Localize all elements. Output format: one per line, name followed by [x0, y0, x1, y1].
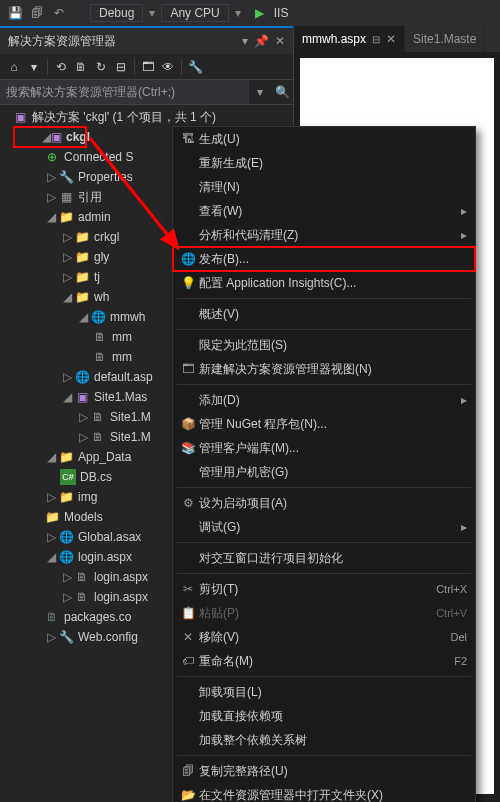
menu-initwin[interactable]: 对交互窗口进行项目初始化	[173, 546, 475, 570]
nuget-icon: 📦	[177, 417, 199, 431]
globe-icon: 🌐	[177, 252, 199, 266]
menu-analyze[interactable]: 分析和代码清理(Z)▸	[173, 223, 475, 247]
menu-newview[interactable]: 🗔新建解决方案资源管理器视图(N)	[173, 357, 475, 381]
search-dropdown-icon[interactable]: ▾	[249, 80, 271, 104]
context-menu: 🏗生成(U) 重新生成(E) 清理(N) 查看(W)▸ 分析和代码清理(Z)▸ …	[172, 126, 476, 802]
refresh-icon[interactable]: ↻	[91, 57, 111, 77]
menu-usersecrets[interactable]: 管理用户机密(G)	[173, 460, 475, 484]
platform-select[interactable]: Any CPU	[161, 4, 228, 22]
tab-mmwh[interactable]: mmwh.aspx ⊟ ✕	[294, 26, 405, 52]
undo-icon[interactable]: ↶	[50, 4, 68, 22]
menu-nuget[interactable]: 📦管理 NuGet 程序包(N)...	[173, 412, 475, 436]
menu-rename[interactable]: 🏷重命名(M)F2	[173, 649, 475, 673]
menu-openfolder[interactable]: 📂在文件资源管理器中打开文件夹(X)	[173, 783, 475, 802]
menu-appinsights[interactable]: 💡配置 Application Insights(C)...	[173, 271, 475, 295]
showall-icon[interactable]: 🗎	[71, 57, 91, 77]
copy-icon: 🗐	[177, 764, 199, 778]
menu-scope[interactable]: 限定为此范围(S)	[173, 333, 475, 357]
delete-icon: ✕	[177, 630, 199, 644]
search-input[interactable]: 搜索解决方案资源管理器(Ctrl+;)	[0, 80, 249, 104]
collapse-icon[interactable]: ⊟	[111, 57, 131, 77]
menu-loadtree[interactable]: 加载整个依赖关系树	[173, 728, 475, 752]
newview-icon: 🗔	[177, 362, 199, 376]
menu-remove[interactable]: ✕移除(V)Del	[173, 625, 475, 649]
solution-node[interactable]: ▣解决方案 'ckgl' (1 个项目，共 1 个)	[0, 107, 293, 127]
main-toolbar: 💾 🗐 ↶ Debug ▾ Any CPU ▾ ▶ IIS	[0, 0, 500, 26]
wrench-icon[interactable]: 🔧	[185, 57, 205, 77]
panel-titlebar: 解决方案资源管理器 ▾ 📌 ✕	[0, 26, 293, 54]
menu-copypath[interactable]: 🗐复制完整路径(U)	[173, 759, 475, 783]
cut-icon: ✂	[177, 582, 199, 596]
gear-icon: ⚙	[177, 496, 199, 510]
menu-rebuild[interactable]: 重新生成(E)	[173, 151, 475, 175]
menu-cut[interactable]: ✂剪切(T)Ctrl+X	[173, 577, 475, 601]
close-icon[interactable]: ✕	[275, 34, 285, 48]
clientlib-icon: 📚	[177, 441, 199, 455]
pin-icon[interactable]: 📌	[254, 34, 269, 48]
menu-build[interactable]: 🏗生成(U)	[173, 127, 475, 151]
close-icon[interactable]: ✕	[386, 32, 396, 46]
project-node-ckgl[interactable]: ◢▣ckgl	[14, 127, 86, 147]
menu-debug[interactable]: 调试(G)▸	[173, 515, 475, 539]
save-all-icon[interactable]: 🗐	[28, 4, 46, 22]
run-target[interactable]: IIS	[274, 6, 289, 20]
pin-icon[interactable]: ⊟	[372, 34, 380, 45]
dropdown-icon[interactable]: ▾	[242, 34, 248, 48]
build-icon: 🏗	[177, 132, 199, 146]
menu-view[interactable]: 查看(W)▸	[173, 199, 475, 223]
config-select[interactable]: Debug	[90, 4, 143, 22]
panel-title: 解决方案资源管理器	[8, 33, 242, 50]
home-icon[interactable]: ⌂	[4, 57, 24, 77]
menu-add[interactable]: 添加(D)▸	[173, 388, 475, 412]
insights-icon: 💡	[177, 276, 199, 290]
preview-icon[interactable]: 👁	[158, 57, 178, 77]
tab-label: Site1.Maste	[413, 32, 476, 46]
menu-unload[interactable]: 卸载项目(L)	[173, 680, 475, 704]
search-icon[interactable]: 🔍	[271, 80, 293, 104]
menu-loaddeps[interactable]: 加载直接依赖项	[173, 704, 475, 728]
properties-icon[interactable]: 🗔	[138, 57, 158, 77]
menu-clean[interactable]: 清理(N)	[173, 175, 475, 199]
dropdown-icon[interactable]: ▾	[24, 57, 44, 77]
tab-site1[interactable]: Site1.Maste	[405, 26, 485, 52]
menu-clientlib[interactable]: 📚管理客户端库(M)...	[173, 436, 475, 460]
run-icon[interactable]: ▶	[255, 6, 264, 20]
menu-paste: 📋粘贴(P)Ctrl+V	[173, 601, 475, 625]
menu-publish[interactable]: 🌐发布(B)...	[173, 247, 475, 271]
paste-icon: 📋	[177, 606, 199, 620]
panel-toolbar: ⌂ ▾ ⟲ 🗎 ↻ ⊟ 🗔 👁 🔧	[0, 54, 293, 80]
save-icon[interactable]: 💾	[6, 4, 24, 22]
menu-overview[interactable]: 概述(V)	[173, 302, 475, 326]
rename-icon: 🏷	[177, 654, 199, 668]
menu-startup[interactable]: ⚙设为启动项目(A)	[173, 491, 475, 515]
tab-label: mmwh.aspx	[302, 32, 366, 46]
tabstrip: mmwh.aspx ⊟ ✕ Site1.Maste	[294, 26, 500, 52]
sync-icon[interactable]: ⟲	[51, 57, 71, 77]
folder-icon: 📂	[177, 788, 199, 802]
